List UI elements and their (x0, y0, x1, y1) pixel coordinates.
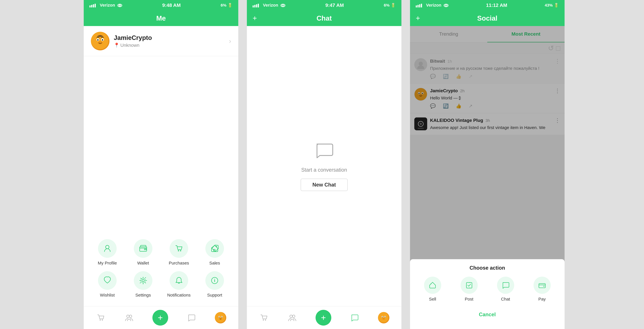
menu-item-settings[interactable]: Settings (125, 268, 161, 300)
chat-title: Chat (316, 14, 332, 22)
svg-point-43 (263, 320, 264, 321)
notifications-icon-circle (170, 271, 188, 290)
chat-nav-shop[interactable] (259, 313, 269, 323)
purchases-icon-circle (170, 239, 188, 258)
chat-nav-chat[interactable] (350, 313, 360, 323)
chat-bottom-nav: + (247, 306, 402, 329)
svg-point-51 (384, 317, 386, 318)
purchases-label: Purchases (169, 261, 189, 266)
wallet-icon-circle (134, 239, 152, 258)
svg-rect-3 (94, 4, 96, 7)
notifications-label: Notifications (167, 293, 190, 298)
social-status-bar: Verizon 11:12 AM 43% 🔋 (410, 0, 564, 10)
nav-shop[interactable] (96, 313, 106, 323)
profile-location: 📍Unknown (114, 42, 229, 48)
svg-point-11 (97, 39, 98, 41)
svg-rect-55 (419, 4, 420, 7)
action-sell[interactable]: Sell (424, 277, 441, 302)
action-pay[interactable]: Pay (534, 277, 551, 302)
chat-header: + Chat (247, 10, 402, 26)
chat-nav-icon (186, 313, 196, 323)
menu-item-support[interactable]: i Support (197, 268, 232, 300)
wishlist-icon-circle (98, 271, 117, 290)
chat-add-button[interactable]: + (252, 14, 257, 22)
svg-rect-53 (416, 5, 417, 7)
svg-rect-39 (258, 4, 259, 7)
pay-label: Pay (538, 297, 546, 302)
chat-nav-people[interactable] (287, 313, 297, 323)
svg-rect-36 (252, 5, 254, 7)
svg-rect-0 (90, 5, 90, 7)
chat-action-label: Chat (501, 297, 510, 302)
chat-shop-icon (259, 313, 269, 323)
profile-arrow-icon: › (229, 37, 231, 45)
menu-item-sales[interactable]: Sales (197, 236, 232, 268)
post-icon-circle (460, 277, 478, 294)
svg-rect-73 (539, 284, 545, 288)
chat-nav-me[interactable] (378, 312, 390, 324)
menu-item-my-profile[interactable]: My Profile (90, 236, 125, 268)
svg-point-14 (106, 245, 109, 249)
social-carrier: Verizon (416, 3, 448, 7)
me-battery: 6% 🔋 (221, 3, 232, 7)
svg-point-12 (102, 39, 103, 41)
chat-empty-state: Start a conversation New Chat (247, 26, 402, 306)
svg-point-44 (265, 320, 266, 321)
post-label: Post (465, 297, 473, 302)
action-chat[interactable]: Chat (497, 277, 514, 302)
nav-people[interactable] (124, 313, 134, 323)
svg-point-26 (100, 320, 101, 321)
svg-point-71 (430, 283, 431, 284)
avatar (91, 32, 110, 50)
action-sheet-overlay: Choose action Sell (410, 26, 564, 329)
action-sheet: Choose action Sell (410, 259, 564, 329)
nav-me[interactable] (215, 312, 226, 324)
wallet-label: Wallet (137, 261, 149, 266)
settings-label: Settings (136, 293, 151, 298)
svg-point-19 (180, 250, 181, 251)
nav-add-button[interactable]: + (152, 310, 168, 326)
action-sheet-grid: Sell Post (414, 277, 560, 302)
me-nav-avatar (215, 312, 226, 324)
profile-section[interactable]: JamieCrypto 📍Unknown › (84, 26, 238, 56)
chat-people-icon (287, 313, 297, 323)
me-header: Me (84, 10, 238, 26)
action-post[interactable]: Post (460, 277, 478, 302)
menu-item-notifications[interactable]: Notifications (161, 268, 197, 300)
svg-point-59 (445, 5, 447, 6)
profile-name: JamieCrypto (114, 34, 229, 41)
svg-point-42 (282, 5, 284, 6)
menu-item-wishlist[interactable]: Wishlist (90, 268, 125, 300)
social-add-button[interactable]: + (416, 14, 420, 22)
svg-point-23 (141, 278, 146, 283)
svg-point-46 (292, 315, 295, 318)
svg-rect-37 (254, 5, 256, 7)
wishlist-label: Wishlist (100, 293, 115, 298)
svg-rect-54 (418, 5, 418, 7)
svg-point-21 (216, 246, 217, 247)
me-phone: Verizon 9:48 AM 6% 🔋 Me (84, 0, 238, 329)
svg-rect-1 (91, 5, 92, 7)
sell-label: Sell (429, 297, 436, 302)
me-status-bar: Verizon 9:48 AM 6% 🔋 (84, 0, 238, 10)
svg-point-50 (382, 317, 383, 318)
my-profile-label: My Profile (98, 261, 117, 266)
menu-item-wallet[interactable]: Wallet (125, 236, 161, 268)
svg-rect-74 (543, 286, 544, 287)
svg-rect-56 (421, 4, 422, 7)
menu-item-purchases[interactable]: Purchases (161, 236, 197, 268)
me-bottom-nav: + (84, 306, 238, 329)
chat-nav-add-button[interactable]: + (316, 310, 331, 326)
chat-battery: 6% 🔋 (384, 3, 396, 7)
menu-grid: My Profile Wallet (84, 228, 238, 306)
people-icon (124, 313, 134, 323)
me-time: 9:48 AM (162, 2, 181, 8)
chat-phone: Verizon 9:47 AM 6% 🔋 + Chat Start a conv… (247, 0, 402, 329)
svg-point-45 (290, 315, 292, 318)
new-chat-button[interactable]: New Chat (301, 179, 348, 191)
nav-chat[interactable] (186, 313, 196, 323)
social-battery: 43% 🔋 (545, 3, 559, 7)
support-label: Support (207, 293, 222, 298)
sell-icon-circle (424, 277, 441, 294)
cancel-button[interactable]: Cancel (414, 309, 560, 321)
